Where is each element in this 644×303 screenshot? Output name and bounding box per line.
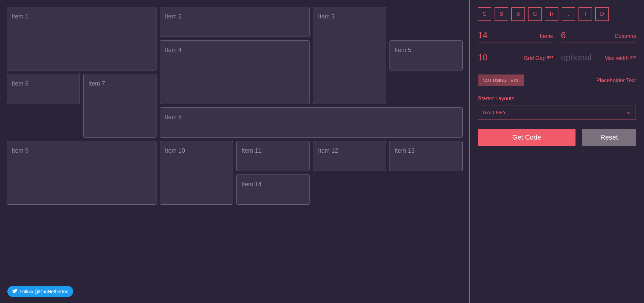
get-code-button[interactable]: Get Code bbox=[478, 129, 576, 146]
logo: C S S G R . I D bbox=[478, 7, 636, 21]
logo-letter: R bbox=[545, 7, 558, 21]
starter-layout-select[interactable]: GALLERY bbox=[478, 105, 636, 119]
grid-item[interactable]: Item 10 bbox=[160, 141, 233, 205]
grid-item[interactable]: Item 3 bbox=[313, 7, 386, 104]
grid-item[interactable]: Item 5 bbox=[389, 40, 463, 70]
sidebar: C S S G R . I D Items Columns Grid Gap (… bbox=[469, 0, 644, 303]
items-input-group: Items bbox=[478, 30, 553, 43]
twitter-follow-button[interactable]: Follow @DanNetherton bbox=[7, 286, 73, 297]
placeholder-text-label: Placeholder Text bbox=[596, 78, 636, 84]
starter-layout-select-wrap: GALLERY bbox=[478, 105, 636, 119]
grid-item[interactable]: Item 2 bbox=[160, 7, 310, 37]
placeholder-toggle-button[interactable]: NOT USING TEXT bbox=[478, 74, 524, 86]
grid-gap-input-group: Grid Gap (px) bbox=[478, 52, 553, 65]
grid-item[interactable]: Item 8 bbox=[160, 107, 463, 138]
columns-input-group: Columns bbox=[561, 30, 636, 43]
logo-letter: S bbox=[495, 7, 508, 21]
logo-letter: I bbox=[579, 7, 592, 21]
twitter-follow-label: Follow @DanNetherton bbox=[19, 289, 68, 294]
logo-letter: S bbox=[511, 7, 525, 21]
grid-item[interactable]: Item 13 bbox=[389, 141, 463, 171]
grid-item[interactable]: Item 12 bbox=[313, 141, 386, 171]
grid-item[interactable]: Item 4 bbox=[160, 40, 310, 104]
logo-letter: C bbox=[478, 7, 491, 21]
logo-letter: . bbox=[562, 7, 575, 21]
twitter-icon bbox=[12, 288, 17, 295]
max-width-label: Max width (px) bbox=[604, 55, 636, 61]
starter-layouts-label: Starter Layouts bbox=[478, 96, 636, 102]
grid-item[interactable]: Item 14 bbox=[236, 174, 310, 205]
grid-item[interactable]: Item 11 bbox=[236, 141, 310, 171]
logo-letter: G bbox=[528, 7, 542, 21]
logo-letter: D bbox=[595, 7, 609, 21]
max-width-input-group: Max width (px) bbox=[561, 52, 636, 65]
grid-item[interactable]: Item 7 bbox=[83, 74, 156, 138]
columns-label: Columns bbox=[615, 33, 636, 39]
grid-item[interactable]: Item 9 bbox=[7, 141, 156, 205]
grid-item[interactable]: Item 6 bbox=[7, 74, 80, 104]
grid-gap-label: Grid Gap (px) bbox=[524, 55, 553, 61]
grid-item[interactable]: Item 1 bbox=[7, 7, 156, 70]
grid-container: Item 1 Item 2 Item 3 Item 4 Item 5 Item … bbox=[7, 7, 463, 205]
grid-canvas: Item 1 Item 2 Item 3 Item 4 Item 5 Item … bbox=[0, 0, 469, 303]
items-label: Items bbox=[540, 33, 553, 39]
reset-button[interactable]: Reset bbox=[582, 129, 636, 146]
